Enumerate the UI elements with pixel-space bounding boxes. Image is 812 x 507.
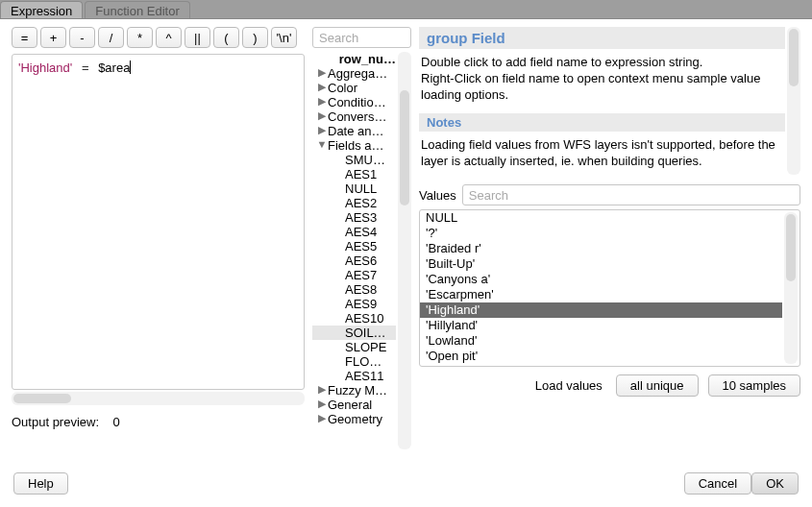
value-item-7[interactable]: 'Hillyland'	[420, 318, 782, 333]
operator-button-8[interactable]: )	[242, 27, 268, 48]
tab-expression-label: Expression	[11, 4, 72, 18]
operator-button-9[interactable]: '\n'	[271, 27, 297, 48]
values-search-input[interactable]: Search	[462, 184, 800, 205]
tree-search-placeholder: Search	[319, 31, 358, 45]
ten-samples-label: 10 samples	[723, 378, 786, 393]
expression-variable: $area	[98, 60, 130, 75]
tree-group-4[interactable]: ▶Date an…	[312, 124, 396, 138]
tree-group-3[interactable]: ▶Convers…	[312, 109, 396, 124]
operator-row: =+-/*^||()'\n'	[12, 27, 305, 48]
help-button[interactable]: Help	[13, 472, 68, 495]
tree-group-0[interactable]: ▶Aggrega…	[312, 66, 396, 81]
tab-function-editor-label: Function Editor	[95, 4, 179, 18]
tree-field-7[interactable]: AES6	[312, 254, 396, 268]
help-body-line1: Double click to add field name to expres…	[421, 55, 702, 69]
tree-field-15[interactable]: AES11	[312, 369, 396, 383]
all-unique-button[interactable]: all unique	[616, 374, 699, 397]
operator-button-6[interactable]: ||	[185, 27, 210, 48]
value-item-2[interactable]: 'Braided r'	[420, 241, 782, 256]
operator-button-0[interactable]: =	[12, 27, 37, 48]
tab-expression[interactable]: Expression	[0, 1, 83, 18]
output-preview-value: 0	[113, 415, 120, 429]
help-title: group Field	[419, 27, 785, 49]
tree-search-input[interactable]: Search	[312, 27, 411, 48]
help-vscrollbar[interactable]	[787, 27, 800, 175]
tree-field-0[interactable]: SMU…	[312, 153, 396, 167]
expression-literal: 'Highland'	[18, 60, 72, 75]
help-notes-title: Notes	[419, 113, 785, 132]
value-item-8[interactable]: 'Lowland'	[420, 333, 782, 349]
help-body-line2: Right-Click on field name to open contex…	[421, 71, 760, 102]
tree-vscrollbar[interactable]	[398, 52, 411, 449]
value-item-9[interactable]: 'Open pit'	[420, 349, 782, 364]
value-item-3[interactable]: 'Built-Up'	[420, 256, 782, 272]
tree-group-after-0[interactable]: ▶Fuzzy M…	[312, 383, 396, 398]
values-vscrollbar[interactable]	[784, 212, 798, 364]
help-notes-body: Loading field values from WFS layers isn…	[419, 132, 785, 176]
tree-item-row-number[interactable]: row_nu…	[312, 52, 396, 66]
tree-field-3[interactable]: AES2	[312, 196, 396, 210]
output-preview-label: Output preview:	[12, 415, 99, 429]
tree-group-2[interactable]: ▶Conditio…	[312, 95, 396, 109]
cancel-button[interactable]: Cancel	[684, 472, 751, 495]
tree-field-8[interactable]: AES7	[312, 268, 396, 282]
tree-field-12[interactable]: SOIL…	[312, 326, 396, 340]
values-search-placeholder: Search	[469, 188, 508, 203]
operator-button-3[interactable]: /	[98, 27, 124, 48]
tree-field-2[interactable]: NULL	[312, 181, 396, 196]
ok-button-label: OK	[766, 476, 784, 491]
tree-group-after-2[interactable]: ▶Geometry	[312, 412, 396, 426]
tree-field-5[interactable]: AES4	[312, 225, 396, 239]
operator-button-2[interactable]: -	[69, 27, 95, 48]
value-item-4[interactable]: 'Canyons a'	[420, 272, 782, 287]
right-column: group Field Double click to add field na…	[419, 27, 800, 449]
text-cursor	[130, 60, 131, 74]
tree-field-13[interactable]: SLOPE	[312, 340, 396, 354]
tree-group-after-1[interactable]: ▶General	[312, 398, 396, 412]
operator-button-7[interactable]: (	[213, 27, 239, 48]
tab-strip: Expression Function Editor	[0, 0, 812, 19]
function-tree[interactable]: row_nu…▶Aggrega…▶Color▶Conditio…▶Convers…	[312, 52, 396, 426]
tree-field-14[interactable]: FLO…	[312, 354, 396, 369]
value-item-6[interactable]: 'Highland'	[420, 302, 782, 318]
all-unique-label: all unique	[630, 378, 684, 393]
value-item-0[interactable]: NULL	[420, 210, 782, 226]
ten-samples-button[interactable]: 10 samples	[708, 374, 800, 397]
output-preview: Output preview: 0	[12, 415, 305, 429]
help-body: Double click to add field name to expres…	[419, 49, 785, 109]
tree-group-1[interactable]: ▶Color	[312, 81, 396, 95]
value-item-1[interactable]: '?'	[420, 226, 782, 241]
tree-field-6[interactable]: AES5	[312, 239, 396, 254]
tree-field-11[interactable]: AES10	[312, 311, 396, 326]
ok-button[interactable]: OK	[751, 472, 799, 495]
tree-field-1[interactable]: AES1	[312, 167, 396, 181]
value-item-10[interactable]: 'Quarry'	[420, 364, 782, 366]
expression-hscrollbar[interactable]	[12, 392, 305, 405]
left-column: =+-/*^||()'\n' 'Highland' = $area Output…	[12, 27, 305, 449]
values-label: Values	[419, 188, 456, 203]
dialog-button-row: Help Cancel OK	[0, 459, 812, 507]
value-item-5[interactable]: 'Escarpmen'	[420, 287, 782, 302]
tree-group-fields[interactable]: ▼Fields a…	[312, 138, 396, 153]
values-list[interactable]: NULL'?''Braided r''Built-Up''Canyons a''…	[420, 210, 782, 366]
function-tree-column: Search row_nu…▶Aggrega…▶Color▶Conditio…▶…	[312, 27, 411, 449]
tree-field-4[interactable]: AES3	[312, 210, 396, 225]
operator-button-4[interactable]: *	[127, 27, 153, 48]
tab-function-editor[interactable]: Function Editor	[85, 1, 189, 18]
tree-field-9[interactable]: AES8	[312, 282, 396, 297]
workarea: =+-/*^||()'\n' 'Highland' = $area Output…	[0, 19, 812, 449]
operator-button-5[interactable]: ^	[156, 27, 182, 48]
load-values-label: Load values	[535, 378, 606, 393]
operator-button-1[interactable]: +	[40, 27, 66, 48]
tree-field-10[interactable]: AES9	[312, 297, 396, 311]
help-button-label: Help	[28, 476, 54, 491]
expression-editor[interactable]: 'Highland' = $area	[12, 54, 305, 390]
expression-operator: =	[82, 60, 89, 75]
cancel-button-label: Cancel	[699, 476, 737, 491]
